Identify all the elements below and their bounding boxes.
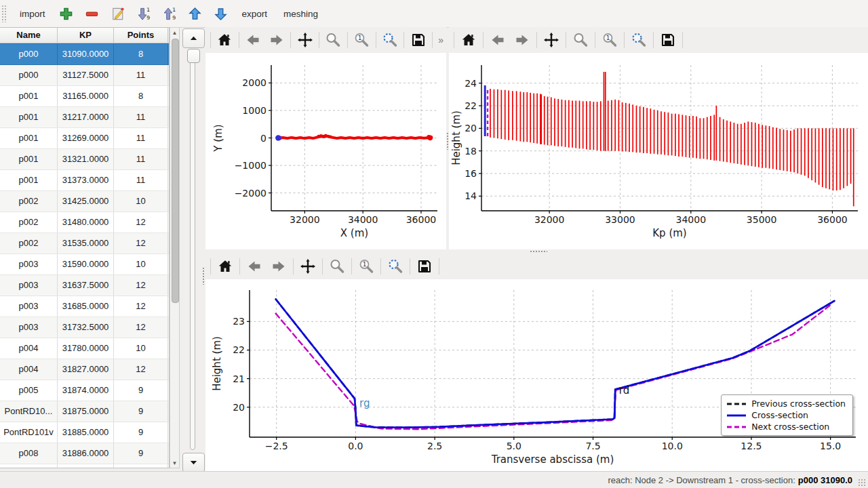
table-cell[interactable]: 31885.0000 bbox=[58, 422, 114, 443]
table-cell[interactable]: 11 bbox=[114, 170, 168, 190]
forward-icon-button[interactable] bbox=[512, 30, 532, 50]
resize-grip[interactable] bbox=[858, 479, 866, 487]
table-cell[interactable]: p003 bbox=[0, 275, 58, 296]
scrollbar-thumb[interactable] bbox=[172, 39, 179, 303]
export-button[interactable]: export bbox=[234, 5, 276, 22]
table-cell[interactable]: p002 bbox=[0, 233, 58, 253]
table-row[interactable]: p00231425.000010 bbox=[0, 191, 169, 212]
edit-icon[interactable] bbox=[108, 3, 128, 24]
section-slider-track[interactable] bbox=[190, 52, 195, 450]
home-icon-button[interactable] bbox=[215, 256, 235, 277]
table-cell[interactable]: 10 bbox=[114, 338, 168, 359]
table-cell[interactable]: PontRD101v bbox=[0, 422, 58, 443]
zoomfit-icon-button[interactable] bbox=[380, 30, 400, 50]
table-cell[interactable]: 31321.0000 bbox=[58, 149, 114, 169]
table-scrollbar[interactable]: ▲ ▼ bbox=[170, 27, 180, 468]
table-cell[interactable]: 9 bbox=[114, 422, 168, 443]
table-cell[interactable]: 11 bbox=[114, 149, 168, 169]
table-cell[interactable]: p003 bbox=[0, 254, 58, 274]
save-icon-button[interactable] bbox=[408, 30, 428, 50]
table-cell[interactable]: 9 bbox=[114, 380, 168, 401]
table-row[interactable]: p00031090.00008 bbox=[0, 43, 169, 65]
table-cell[interactable]: 31480.0000 bbox=[58, 212, 114, 232]
table-cell[interactable]: 31425.0000 bbox=[58, 191, 114, 211]
toolbar-overflow-button[interactable]: » bbox=[438, 35, 443, 45]
table-row[interactable]: p00131165.00008 bbox=[0, 86, 169, 107]
table-row[interactable]: p00831929.000013 bbox=[0, 464, 169, 468]
pan-icon-button[interactable] bbox=[541, 30, 561, 50]
table-cell[interactable]: 10 bbox=[114, 191, 168, 211]
sort-ascending-icon[interactable]: 19 bbox=[159, 3, 180, 24]
zoomfit-icon-button[interactable] bbox=[629, 30, 649, 50]
table-cell[interactable]: 31685.0000 bbox=[58, 296, 114, 317]
table-cell[interactable]: 31535.0000 bbox=[58, 233, 114, 253]
sort-descending-icon[interactable]: 19 bbox=[134, 3, 154, 24]
zoom-icon-button[interactable] bbox=[570, 30, 591, 50]
main-splitter[interactable] bbox=[203, 27, 205, 471]
table-row[interactable]: p00231535.000012 bbox=[0, 233, 169, 254]
scrollbar-up-arrow-icon[interactable]: ▲ bbox=[170, 28, 179, 37]
table-cell[interactable]: 8 bbox=[114, 44, 168, 64]
table-cell[interactable]: p001 bbox=[0, 107, 58, 127]
table-cell[interactable]: 13 bbox=[114, 464, 168, 468]
remove-cross-section-icon[interactable] bbox=[82, 3, 102, 24]
navigate-down-button[interactable] bbox=[182, 453, 205, 472]
table-cell[interactable]: 31929.0000 bbox=[58, 464, 114, 468]
table-cell[interactable]: 31127.5000 bbox=[58, 65, 114, 85]
table-cell[interactable]: PontRD10... bbox=[0, 401, 58, 422]
table-row[interactable]: p00131269.000011 bbox=[0, 128, 169, 149]
table-cell[interactable]: 31827.0000 bbox=[58, 359, 114, 380]
pan-icon-button[interactable] bbox=[295, 30, 315, 50]
table-cell[interactable]: 31874.0000 bbox=[58, 380, 114, 401]
table-cell[interactable]: 11 bbox=[114, 65, 168, 85]
move-down-icon[interactable] bbox=[211, 3, 231, 24]
table-row[interactable]: p00131217.000011 bbox=[0, 107, 169, 128]
table-cell[interactable]: p008 bbox=[0, 443, 58, 464]
home-icon-button[interactable] bbox=[215, 30, 235, 50]
table-cell[interactable]: p004 bbox=[0, 359, 58, 380]
table-header[interactable]: Name KP Points bbox=[0, 28, 169, 43]
pan-icon-button[interactable] bbox=[298, 256, 318, 277]
table-cell[interactable]: p001 bbox=[0, 170, 58, 190]
back-icon-button[interactable] bbox=[243, 30, 263, 50]
table-row[interactable]: PontRD10...31875.00009 bbox=[0, 401, 169, 422]
zoom-icon-button[interactable] bbox=[323, 30, 343, 50]
table-cell[interactable]: p003 bbox=[0, 296, 58, 317]
back-icon-button[interactable] bbox=[488, 30, 508, 50]
table-cell[interactable]: 31090.0000 bbox=[58, 44, 114, 64]
table-row[interactable]: p00231480.000012 bbox=[0, 212, 169, 233]
table-row[interactable]: p00331590.000010 bbox=[0, 254, 169, 275]
table-cell[interactable]: p004 bbox=[0, 338, 58, 359]
table-cell[interactable]: p008 bbox=[0, 464, 58, 468]
zoom-icon-button[interactable] bbox=[327, 256, 347, 277]
table-row[interactable]: p00131321.000011 bbox=[0, 149, 169, 170]
table-cell[interactable]: p000 bbox=[0, 65, 58, 85]
table-cell[interactable]: 12 bbox=[114, 233, 168, 253]
table-row[interactable]: p00531874.00009 bbox=[0, 380, 169, 401]
table-cell[interactable]: 31637.5000 bbox=[58, 275, 114, 296]
meshing-button[interactable]: meshing bbox=[275, 5, 326, 22]
table-cell[interactable]: 31886.0000 bbox=[58, 443, 114, 464]
table-cell[interactable]: p005 bbox=[0, 380, 58, 401]
table-row[interactable]: p00331685.000012 bbox=[0, 296, 169, 317]
table-cell[interactable]: p000 bbox=[0, 44, 58, 64]
table-cell[interactable]: p003 bbox=[0, 317, 58, 338]
table-row[interactable]: p00331637.500012 bbox=[0, 275, 169, 296]
table-cell[interactable]: 10 bbox=[114, 254, 168, 274]
table-cell[interactable]: 31732.5000 bbox=[58, 317, 114, 338]
longitudinal-plot-canvas[interactable]: 3200033000340003500036000141618202224Kp … bbox=[449, 53, 868, 249]
forward-icon-button[interactable] bbox=[269, 256, 289, 277]
table-cell[interactable]: 31590.0000 bbox=[58, 254, 114, 274]
table-cell[interactable]: p001 bbox=[0, 149, 58, 169]
table-row[interactable]: p00031127.500011 bbox=[0, 65, 169, 86]
table-cell[interactable]: 31269.0000 bbox=[58, 128, 114, 148]
zoomfit-icon-button[interactable] bbox=[385, 256, 406, 277]
table-row[interactable]: PontRD101v31885.00009 bbox=[0, 422, 169, 443]
table-cell[interactable]: 12 bbox=[114, 296, 168, 317]
table-cell[interactable]: p002 bbox=[0, 212, 58, 232]
zoomone-icon-button[interactable]: 1 bbox=[599, 30, 620, 50]
save-icon-button[interactable] bbox=[658, 30, 678, 50]
table-cell[interactable]: 12 bbox=[114, 275, 168, 296]
table-row[interactable]: p00431780.000010 bbox=[0, 338, 169, 359]
forward-icon-button[interactable] bbox=[267, 30, 287, 50]
